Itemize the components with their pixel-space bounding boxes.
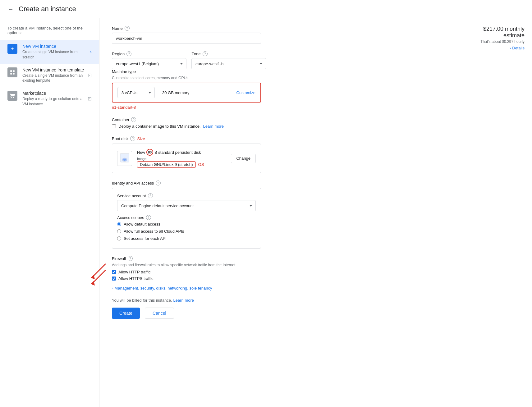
details-link-text: Details [512,46,525,50]
os-badge: OS [198,162,204,167]
firewall-http-checkbox[interactable] [112,270,116,274]
firewall-help-icon[interactable]: ? [128,256,133,261]
container-learn-more-link[interactable]: Learn more [203,124,223,129]
sidebar-item-desc: Create a single VM instance from an exis… [22,73,88,84]
form-area: Name ? Region ? europe-west1 (Belgium) [99,18,470,407]
page-header: ← Create an instance [0,0,532,18]
billing-text: You will be billed for this instance. Le… [112,298,457,303]
identity-help-icon[interactable]: ? [156,181,161,185]
boot-disk-help-icon[interactable]: ? [130,136,135,141]
access-scope-1-label: Allow default access [124,222,160,226]
sidebar-item-label: New VM instance from template [22,67,88,72]
zone-label: Zone ? [191,51,266,56]
cost-hourly: That's about $0.297 hourly [470,39,525,44]
customize-link[interactable]: Customize [236,90,255,95]
svg-line-7 [93,264,106,276]
identity-label: Identity and API access ? [112,181,457,185]
sidebar-item-marketplace[interactable]: Marketplace Deploy a ready-to-go solutio… [0,87,99,111]
firewall-http-row: Allow HTTP traffic [112,270,457,274]
sidebar: To create a VM instance, select one of t… [0,18,99,407]
service-account-help-icon[interactable]: ? [148,193,153,198]
zone-group: Zone ? europe-west1-b [191,51,266,69]
firewall-https-checkbox[interactable] [112,277,116,281]
container-checkbox-row: Deploy a container image to this VM inst… [112,124,457,129]
details-link[interactable]: › Details [470,46,525,50]
identity-section: Identity and API access ? Service accoun… [112,181,457,249]
name-help-icon[interactable]: ? [125,26,130,31]
export-icon: ⊡ [88,72,92,78]
cancel-button[interactable]: Cancel [145,308,174,319]
region-zone-row: Region ? europe-west1 (Belgium) Zone ? e… [112,51,457,69]
boot-disk-box: New 80 B standard persistent disk Image … [112,144,261,173]
region-label: Region ? [112,51,186,56]
management-link-text: Management, security, disks, networking,… [114,286,212,290]
machine-name-badge: n1-standart-8 [112,105,457,110]
access-scope-3-radio[interactable] [117,236,121,240]
svg-point-6 [123,159,126,161]
sidebar-item-new-vm[interactable]: + New VM instance Create a single VM ins… [0,40,99,64]
sidebar-item-new-vm-template[interactable]: New VM instance from template Create a s… [0,64,99,87]
firewall-http-label: Allow HTTP traffic [118,270,151,274]
size-badge: Size [137,136,145,141]
access-scopes-label: Access scopes ? [117,215,256,220]
page-title: Create an instance [19,5,76,13]
container-help-icon[interactable]: ? [131,117,136,122]
machine-type-box: 8 vCPUs 30 GB memory Customize [112,83,261,103]
disk-size-circle: 80 [146,149,153,156]
add-vm-icon: + [7,44,17,54]
svg-rect-2 [10,73,12,74]
name-section: Name ? [112,26,457,44]
firewall-section: Firewall ? Add tags and firewall rules t… [112,256,457,281]
machine-type-desc: Customize to select cores, memory and GP… [112,76,457,80]
sidebar-item-label: Marketplace [22,91,88,96]
identity-box: Service account ? Compute Engine default… [112,188,261,249]
service-account-select[interactable]: Compute Engine default service account [117,200,256,211]
boot-disk-section: Boot disk ? Size New [112,136,457,173]
access-scope-1-radio[interactable] [117,222,121,226]
back-button[interactable]: ← [7,6,14,13]
sidebar-intro: To create a VM instance, select one of t… [0,26,99,40]
machine-type-section: Machine type Customize to select cores, … [112,69,457,110]
change-disk-button[interactable]: Change [231,154,256,163]
disk-image-name: Debian GNU/Linux 9 (stretch) [137,161,196,168]
sidebar-item-desc: Create a single VM instance from scratch [22,49,90,60]
access-scope-2-label: Allow full access to all Cloud APIs [124,229,184,234]
container-checkbox[interactable] [112,124,116,128]
access-scopes-help-icon[interactable]: ? [146,215,151,220]
disk-size-row: New 80 B standard persistent disk [137,149,226,156]
service-account-label: Service account ? [117,193,256,198]
svg-rect-1 [13,70,15,72]
red-arrows [84,262,109,287]
vcpu-select[interactable]: 8 vCPUs [117,87,155,98]
create-button[interactable]: Create [112,308,140,319]
cost-amount: $217.00 monthly estimate [470,26,525,39]
region-select[interactable]: europe-west1 (Belgium) [112,58,186,69]
name-input[interactable] [112,33,261,44]
management-link[interactable]: › Management, security, disks, networkin… [112,286,457,290]
svg-rect-0 [10,70,12,72]
disk-info: New 80 B standard persistent disk Image … [137,149,226,168]
firewall-label: Firewall ? [112,256,457,261]
billing-learn-more-link[interactable]: Learn more [173,298,194,303]
access-scope-1-row: Allow default access [117,222,256,226]
name-label: Name ? [112,26,457,31]
container-section: Container ? Deploy a container image to … [112,117,457,129]
disk-image-row: Debian GNU/Linux 9 (stretch) OS [137,161,226,168]
access-scope-2-radio[interactable] [117,229,121,233]
chevron-down-icon: › [112,286,113,290]
template-vm-icon [7,67,17,77]
firewall-https-row: Allow HTTPS traffic [112,276,457,281]
export-icon-marketplace: ⊡ [88,96,92,102]
access-scope-2-row: Allow full access to all Cloud APIs [117,229,256,234]
chevron-right-icon: › [90,49,92,55]
access-scope-3-row: Set access for each API [117,236,256,241]
zone-help-icon[interactable]: ? [203,51,208,56]
firewall-https-label: Allow HTTPS traffic [118,276,153,281]
disk-icon [117,151,132,166]
zone-select[interactable]: europe-west1-b [191,58,266,69]
access-scopes-group: Access scopes ? Allow default access All… [117,215,256,241]
action-buttons: Create Cancel [112,308,457,319]
region-help-icon[interactable]: ? [126,51,131,56]
container-checkbox-label: Deploy a container image to this VM inst… [118,124,200,129]
access-scope-3-label: Set access for each API [124,236,167,241]
